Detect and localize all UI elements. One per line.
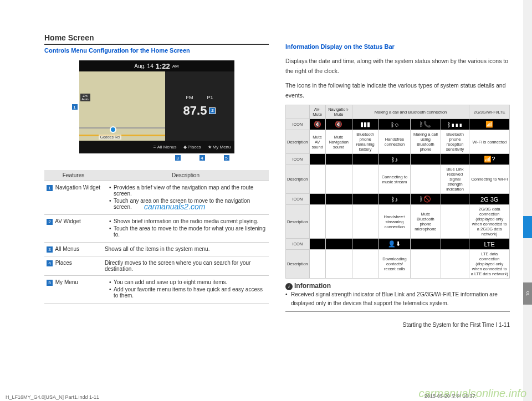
bt-handsfree-icon: ᛒ⟲ [378,119,410,130]
bt-signal-icon: ᛒ▮▮▮ [441,119,469,130]
para2: The icons in the following table indicat… [285,81,510,101]
callout-2: 2 [209,107,216,114]
status-table: AV-Mute Navigation-Mute Making a call an… [285,105,510,279]
page-footer: Starting the System for the First Time I… [285,322,510,328]
screenshot-ampm: AM [172,64,179,69]
features-table: FeaturesDescription 1 Navigation Widget … [44,170,269,304]
screenshot-time: 1:22 [156,62,170,70]
audio-mute-icon: 🔇 [309,119,325,130]
bt-download-icon: 👤⬇ [378,239,410,250]
bottom-mymenu: ★ My Menu [208,145,231,150]
table-row: 3 All Menus Shows all of the items in th… [44,243,269,256]
bottom-places: ◆ Places [183,145,201,150]
bottom-allmenus: ≡ All Menus [154,145,177,150]
bt-hf-stream-icon: ᛒ♪ [378,194,410,205]
home-screenshot: Aug. 14 1:22 AM Zm Auto Geddes Rd FM P1 … [79,60,234,153]
side-tab: 01 [523,282,532,305]
th-features: Features [44,170,103,181]
print-mark: H_LF16MY_G4.0[USA_N] Part1.indd 1-11 [6,394,99,400]
print-date: 2015-05-20 오전 10:37: [424,393,477,400]
table-row: 1 Navigation Widget Provides a brief vie… [44,181,269,215]
para1: Displays the date and time, along with t… [285,56,510,76]
data-2g3g-icon: 2G 3G [469,194,510,205]
callout-1: 1 [71,104,78,110]
table-row: 4 Places Directly moves to the screen wh… [44,256,269,275]
bt-music-icon: ᛒ♪ [378,154,410,165]
right-subtitle: Information Display on the Status Bar [285,43,510,50]
section-title: Home Screen [44,33,269,45]
position-marker [110,126,116,133]
radio-panel: FM P1 87.52 [165,71,234,141]
screenshot-date: Aug. 14 [134,63,153,69]
callout-5: 5 [223,155,230,161]
map-panel: Zm Auto Geddes Rd [79,71,165,141]
wifi-icon: 📶 [469,119,510,130]
road-label: Geddes Rd [99,135,121,140]
callout-3: 3 [175,155,181,161]
information-header: iInformation [285,282,510,290]
table-row: 2 AV Widget Shows brief information on t… [44,215,269,243]
information-text: Received signal strength indicator of Bl… [285,290,510,312]
info-icon: i [285,283,293,290]
table-row: 5 My Menu You can add and save up to eig… [44,275,269,303]
bt-battery-icon: ▮▮▮ [352,119,378,130]
callout-4: 4 [199,155,206,161]
bt-mic-mute-icon: ᛒ🚫 [411,194,441,205]
lte-icon: LTE [469,239,510,250]
navi-mute-icon: 🔇 [325,119,352,130]
wifi-connect-icon: 📶? [469,154,510,165]
bt-call-icon: ᛒ📞 [411,119,441,130]
left-subtitle: Controls Menu Configuration for the Home… [44,47,269,54]
th-description: Description [103,170,269,181]
zoom-label: Zm Auto [80,94,90,101]
